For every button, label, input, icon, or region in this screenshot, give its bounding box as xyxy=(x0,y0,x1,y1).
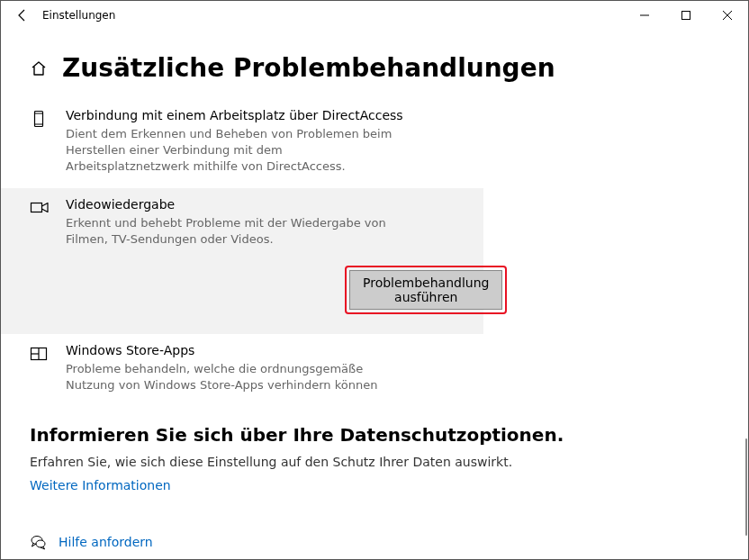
help-chat-icon xyxy=(30,534,46,550)
privacy-title: Informieren Sie sich über Ihre Datenschu… xyxy=(30,424,719,446)
get-help-row[interactable]: Hilfe anfordern xyxy=(30,534,153,550)
phone-icon xyxy=(30,108,50,176)
close-button[interactable] xyxy=(707,1,748,30)
windows-store-icon xyxy=(30,343,50,393)
troubleshooter-title: Windows Store-Apps xyxy=(66,343,469,357)
svg-rect-7 xyxy=(32,203,42,212)
troubleshooter-directaccess[interactable]: Verbindung mit einem Arbeitsplatz über D… xyxy=(1,99,483,188)
minimize-button[interactable] xyxy=(624,1,665,30)
privacy-more-info-link[interactable]: Weitere Informationen xyxy=(30,478,719,492)
video-camera-icon xyxy=(30,197,50,321)
home-icon[interactable] xyxy=(30,59,48,77)
page-title: Zusätzliche Problembehandlungen xyxy=(62,53,555,83)
scrollbar-thumb[interactable] xyxy=(745,438,747,536)
troubleshooter-desc: Probleme behandeln, welche die ordnungsg… xyxy=(66,361,408,393)
privacy-desc: Erfahren Sie, wie sich diese Einstellung… xyxy=(30,455,719,469)
run-troubleshooter-button[interactable]: Problembehandlung ausführen xyxy=(349,270,502,310)
back-button[interactable] xyxy=(8,1,37,30)
window-controls xyxy=(624,1,748,30)
get-help-link[interactable]: Hilfe anfordern xyxy=(59,535,153,549)
app-title: Einstellungen xyxy=(42,9,115,22)
settings-window: Einstellungen Zusätzliche Problembehandl… xyxy=(0,0,749,560)
troubleshooter-desc: Erkennt und behebt Probleme mit der Wied… xyxy=(66,215,408,248)
troubleshooter-title: Verbindung mit einem Arbeitsplatz über D… xyxy=(66,108,469,122)
svg-rect-1 xyxy=(682,12,690,20)
privacy-section: Informieren Sie sich über Ihre Datenschu… xyxy=(1,406,748,492)
troubleshooter-store-apps[interactable]: Windows Store-Apps Probleme behandeln, w… xyxy=(1,334,483,406)
maximize-button[interactable] xyxy=(665,1,707,30)
titlebar: Einstellungen xyxy=(1,1,748,30)
troubleshooter-videoplayback[interactable]: Videowiedergabe Erkennt und behebt Probl… xyxy=(1,188,483,334)
svg-point-12 xyxy=(36,540,45,547)
troubleshooter-title: Videowiedergabe xyxy=(66,197,507,212)
scrollbar[interactable] xyxy=(744,438,748,559)
page-header: Zusätzliche Problembehandlungen xyxy=(1,30,748,99)
content-area: Zusätzliche Problembehandlungen Verbindu… xyxy=(1,30,748,559)
troubleshooter-desc: Dient dem Erkennen und Beheben von Probl… xyxy=(66,126,408,176)
run-button-highlight: Problembehandlung ausführen xyxy=(345,266,507,314)
